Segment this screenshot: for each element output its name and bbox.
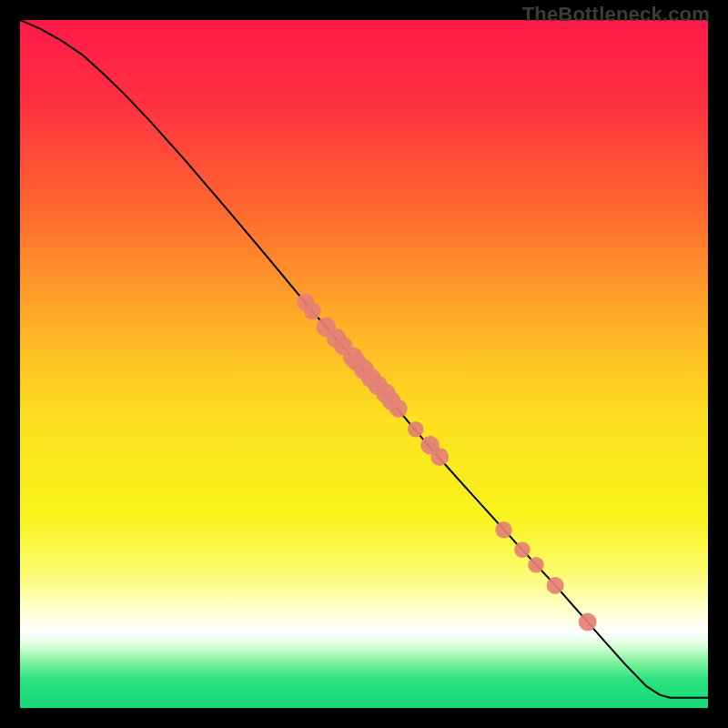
- data-point: [547, 577, 564, 594]
- chart-frame: TheBottleneck.com: [0, 0, 728, 728]
- chart-svg: [20, 20, 708, 708]
- data-point: [579, 613, 597, 632]
- data-point: [304, 302, 321, 319]
- data-point: [495, 521, 511, 538]
- data-point: [408, 421, 424, 438]
- data-point: [528, 557, 544, 573]
- chart-plot-area: [20, 20, 708, 708]
- data-point: [430, 448, 449, 466]
- watermark-text: TheBottleneck.com: [522, 3, 710, 26]
- data-point: [389, 399, 408, 418]
- data-point: [514, 541, 531, 558]
